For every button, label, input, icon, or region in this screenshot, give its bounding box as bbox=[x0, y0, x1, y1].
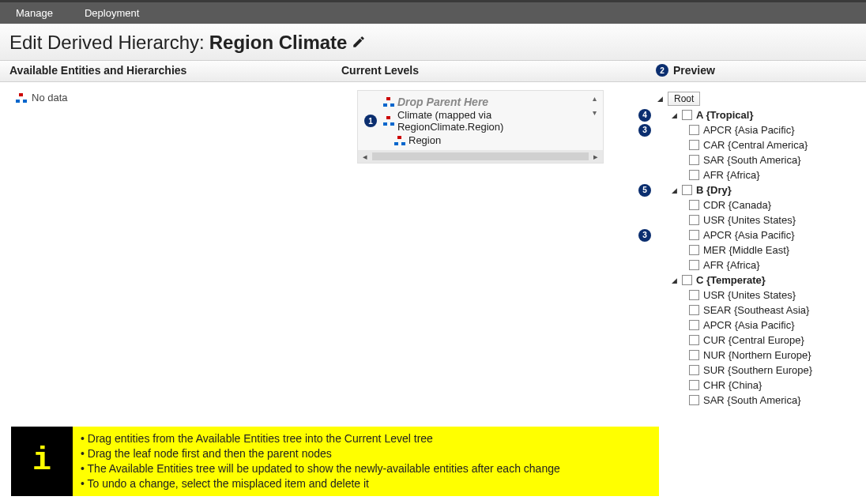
scroll-up-icon[interactable]: ▴ bbox=[589, 94, 600, 102]
checkbox[interactable] bbox=[689, 350, 699, 360]
preview-item-label[interactable]: SAR {South America} bbox=[703, 154, 801, 166]
preview-item-label[interactable]: APCR {Asia Pacific} bbox=[703, 124, 795, 136]
toggle-icon[interactable]: ◢ bbox=[670, 111, 678, 119]
checkbox[interactable] bbox=[689, 200, 699, 210]
preview-group-label[interactable]: C {Temperate} bbox=[696, 274, 766, 286]
checkbox[interactable] bbox=[689, 125, 699, 135]
preview-item-label[interactable]: CDR {Canada} bbox=[703, 199, 771, 211]
menu-deployment[interactable]: Deployment bbox=[85, 7, 139, 19]
preview-item-label[interactable]: SUR {Southern Europe} bbox=[703, 364, 812, 376]
menu-manage[interactable]: Manage bbox=[16, 7, 53, 19]
horizontal-scrollbar[interactable]: ◂ ▸ bbox=[358, 150, 603, 163]
page-title-area: Edit Derived Hierarchy: Region Climate bbox=[0, 24, 866, 61]
badge: 5 bbox=[638, 184, 651, 197]
checkbox[interactable] bbox=[689, 170, 699, 180]
preview-group-label[interactable]: B {Dry} bbox=[696, 184, 732, 196]
preview-item-label[interactable]: APCR {Asia Pacific} bbox=[703, 319, 795, 331]
toggle-icon[interactable]: ◢ bbox=[670, 186, 678, 194]
checkbox[interactable] bbox=[689, 365, 699, 375]
header-preview-label: Preview bbox=[673, 64, 715, 77]
preview-item-label[interactable]: SAR {South America} bbox=[703, 394, 801, 406]
current-region-label: Region bbox=[409, 134, 441, 146]
checkbox[interactable] bbox=[689, 155, 699, 165]
hierarchy-icon bbox=[394, 136, 405, 145]
badge: 3 bbox=[638, 229, 651, 242]
current-level-climate[interactable]: 1 Climate (mapped via RegionClimate.Regi… bbox=[383, 108, 600, 134]
preview-group-label[interactable]: A {Tropical} bbox=[696, 109, 753, 121]
preview-item-label[interactable]: AFR {Africa} bbox=[703, 259, 760, 271]
toggle-icon[interactable]: ◢ bbox=[656, 95, 664, 103]
checkbox[interactable] bbox=[689, 380, 699, 390]
column-headers: Available Entities and Hierarchies Curre… bbox=[0, 61, 866, 82]
scrollbar-track[interactable] bbox=[372, 152, 589, 160]
hierarchy-icon bbox=[383, 97, 394, 107]
preview-root-button[interactable]: Root bbox=[668, 92, 700, 106]
available-nodata-row: No data bbox=[9, 92, 341, 103]
panel-available: No data bbox=[9, 90, 341, 408]
title-prefix: Edit Derived Hierarchy: bbox=[9, 32, 205, 54]
current-levels-box[interactable]: Drop Parent Here 1 Climate (mapped via R… bbox=[357, 90, 604, 164]
checkbox[interactable] bbox=[689, 320, 699, 330]
checkbox[interactable] bbox=[689, 245, 699, 255]
checkbox[interactable] bbox=[682, 110, 692, 120]
preview-item-label[interactable]: USR {Unites States} bbox=[703, 289, 796, 301]
preview-item-label[interactable]: APCR {Asia Pacific} bbox=[703, 229, 795, 241]
checkbox[interactable] bbox=[689, 230, 699, 240]
checkbox[interactable] bbox=[689, 290, 699, 300]
badge: 3 bbox=[638, 124, 651, 137]
checkbox[interactable] bbox=[689, 140, 699, 150]
preview-item-label[interactable]: MER {Middle East} bbox=[703, 244, 789, 256]
scroll-down-icon[interactable]: ▾ bbox=[589, 108, 600, 116]
menubar: Manage Deployment bbox=[0, 0, 866, 24]
hierarchy-icon bbox=[383, 116, 394, 126]
scroll-right-icon[interactable]: ▸ bbox=[589, 152, 603, 162]
preview-item-label[interactable]: AFR {Africa} bbox=[703, 169, 760, 181]
checkbox[interactable] bbox=[682, 185, 692, 195]
pencil-icon[interactable] bbox=[352, 32, 366, 54]
badge-climate: 1 bbox=[364, 115, 377, 127]
preview-item-label[interactable]: CAR {Central America} bbox=[703, 139, 808, 151]
preview-item-label[interactable]: CHR {China} bbox=[703, 379, 762, 391]
badge: 4 bbox=[638, 109, 651, 122]
checkbox[interactable] bbox=[689, 335, 699, 345]
panel-preview: ◢Root4◢A {Tropical}3APCR {Asia Pacific}C… bbox=[656, 90, 857, 408]
preview-item-label[interactable]: NUR {Northern Europe} bbox=[703, 349, 811, 361]
current-climate-label: Climate (mapped via RegionClimate.Region… bbox=[397, 109, 600, 133]
available-nodata-text: No data bbox=[32, 92, 68, 103]
checkbox[interactable] bbox=[689, 215, 699, 225]
scroll-left-icon[interactable]: ◂ bbox=[358, 152, 372, 162]
drop-parent-row[interactable]: Drop Parent Here bbox=[383, 96, 600, 108]
toggle-icon[interactable]: ◢ bbox=[670, 276, 678, 284]
panel-current: Drop Parent Here 1 Climate (mapped via R… bbox=[341, 90, 656, 408]
current-level-region[interactable]: Region bbox=[383, 134, 600, 147]
checkbox[interactable] bbox=[689, 305, 699, 315]
hierarchy-icon bbox=[16, 93, 27, 103]
preview-item-label[interactable]: CUR {Central Europe} bbox=[703, 334, 804, 346]
header-current: Current Levels bbox=[341, 64, 656, 77]
checkbox[interactable] bbox=[689, 260, 699, 270]
header-available: Available Entities and Hierarchies bbox=[9, 64, 341, 77]
drop-parent-label: Drop Parent Here bbox=[397, 96, 488, 108]
preview-item-label[interactable]: SEAR {Southeast Asia} bbox=[703, 304, 809, 316]
badge-preview: 2 bbox=[656, 64, 668, 77]
preview-item-label[interactable]: USR {Unites States} bbox=[703, 214, 796, 226]
checkbox[interactable] bbox=[682, 275, 692, 285]
checkbox[interactable] bbox=[689, 395, 699, 405]
header-preview: 2 Preview bbox=[656, 64, 857, 77]
hierarchy-name: Region Climate bbox=[209, 32, 348, 54]
